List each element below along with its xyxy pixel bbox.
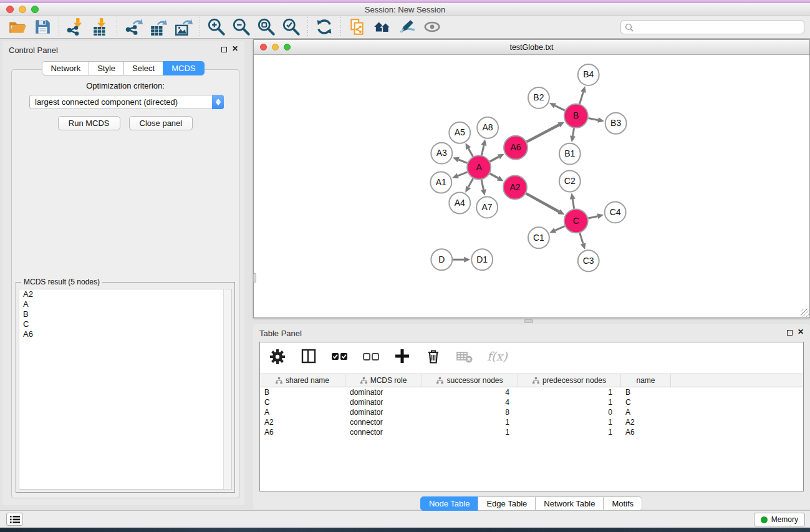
table-cell-name[interactable]: A6 — [621, 428, 671, 437]
table-cell-successor-nodes[interactable]: 1 — [422, 418, 518, 427]
column-header-name[interactable]: name — [621, 374, 671, 387]
graph-edge-A-A6[interactable] — [490, 157, 499, 162]
graph-edge-B-B4[interactable] — [580, 92, 584, 104]
table-row[interactable]: Adominator80A — [260, 407, 803, 417]
column-header-successor-nodes[interactable]: successor nodes — [422, 374, 518, 387]
deselect-checkboxes-icon[interactable] — [362, 347, 380, 365]
zoom-out-icon[interactable] — [232, 17, 251, 36]
export-network-icon[interactable] — [124, 17, 143, 36]
pen-eye-icon[interactable] — [398, 17, 417, 36]
graph-edge-A6-B[interactable] — [527, 125, 559, 142]
table-cell-mcds-role[interactable]: dominator — [345, 408, 422, 417]
save-icon[interactable] — [33, 17, 52, 36]
open-folder-icon[interactable] — [8, 17, 27, 36]
tab-network-table[interactable]: Network Table — [535, 496, 604, 511]
graph-edge-B-B3[interactable] — [588, 118, 598, 120]
function-builder-icon[interactable]: f(x) — [487, 349, 508, 363]
table-cell-successor-nodes[interactable]: 8 — [422, 408, 518, 417]
table-cell-shared-name[interactable]: A2 — [260, 418, 345, 427]
table-row[interactable]: Bdominator41B — [260, 387, 803, 397]
eye-icon[interactable] — [423, 17, 441, 36]
close-panel-icon[interactable] — [798, 329, 805, 336]
result-item-a2[interactable]: A2 — [19, 289, 231, 299]
table-cell-shared-name[interactable]: A6 — [260, 428, 345, 437]
close-panel-icon[interactable] — [232, 46, 239, 53]
select-all-checkboxes-icon[interactable] — [331, 347, 349, 365]
add-column-icon[interactable] — [393, 347, 411, 365]
table-cell-mcds-role[interactable]: connector — [345, 418, 422, 427]
table-cell-name[interactable]: A2 — [621, 418, 671, 427]
graph-edge-A2-C[interactable] — [526, 193, 559, 211]
graph-edge-A-A7[interactable] — [481, 180, 483, 190]
graph-edge-C-C4[interactable] — [588, 216, 597, 218]
run-mcds-button[interactable]: Run MCDS — [58, 116, 120, 130]
tab-node-table[interactable]: Node Table — [420, 496, 479, 511]
table-cell-successor-nodes[interactable]: 1 — [422, 428, 518, 437]
houses-icon[interactable] — [373, 17, 392, 36]
graph-edge-C-C3[interactable] — [580, 233, 583, 243]
table-cell-successor-nodes[interactable]: 4 — [422, 388, 518, 397]
resize-grip-icon[interactable] — [801, 309, 809, 317]
export-image-icon[interactable] — [174, 17, 193, 36]
task-history-button[interactable] — [6, 513, 23, 526]
tab-mcds[interactable]: MCDS — [163, 61, 204, 75]
result-item-a6[interactable]: A6 — [19, 329, 231, 339]
table-cell-predecessor-nodes[interactable]: 0 — [518, 408, 621, 417]
close-panel-button[interactable]: Close panel — [129, 116, 193, 130]
table-cell-shared-name[interactable]: C — [260, 398, 345, 407]
graph-edge-A-A3[interactable] — [458, 160, 467, 163]
result-item-a[interactable]: A — [19, 299, 231, 309]
table-cell-successor-nodes[interactable]: 4 — [422, 398, 518, 407]
import-table-icon[interactable] — [91, 17, 110, 36]
result-item-c[interactable]: C — [19, 319, 231, 329]
table-cell-mcds-role[interactable]: dominator — [345, 398, 422, 407]
graph-edge-C-C2[interactable] — [572, 199, 574, 209]
graph-edge-A-A1[interactable] — [458, 172, 467, 176]
table-row[interactable]: A6connector11A6 — [260, 427, 803, 437]
float-panel-icon[interactable] — [787, 330, 793, 336]
column-header-predecessor-nodes[interactable]: predecessor nodes — [518, 374, 621, 387]
table-cell-predecessor-nodes[interactable]: 1 — [518, 418, 621, 427]
export-table-icon[interactable] — [149, 17, 168, 36]
tab-edge-table[interactable]: Edge Table — [478, 496, 536, 511]
network-window-titlebar[interactable]: testGlobe.txt — [254, 40, 809, 55]
splitter-grip-vertical[interactable] — [253, 273, 256, 283]
zoom-fit-icon[interactable] — [257, 17, 276, 36]
column-header-mcds-role[interactable]: MCDS role — [345, 374, 422, 387]
split-column-icon[interactable] — [300, 347, 317, 365]
tab-network[interactable]: Network — [42, 61, 89, 75]
graph-edge-A-A8[interactable] — [481, 145, 484, 155]
trash-icon[interactable] — [425, 347, 442, 365]
graph-edge-A-A2[interactable] — [490, 173, 498, 178]
table-cell-name[interactable]: B — [621, 388, 671, 397]
search-input[interactable] — [620, 20, 804, 34]
table-cell-predecessor-nodes[interactable]: 1 — [518, 398, 621, 407]
column-header-shared-name[interactable]: shared name — [260, 374, 345, 387]
table-cell-name[interactable]: C — [621, 398, 671, 407]
gear-icon[interactable] — [269, 347, 286, 365]
tab-motifs[interactable]: Motifs — [603, 496, 642, 511]
result-item-b[interactable]: B — [19, 309, 231, 319]
import-network-icon[interactable] — [66, 17, 85, 36]
float-panel-icon[interactable] — [221, 47, 227, 52]
memory-button[interactable]: Memory — [754, 513, 805, 526]
graph-edge-C-C1[interactable] — [555, 226, 564, 231]
tab-style[interactable]: Style — [89, 61, 124, 75]
graph-edge-A-A4[interactable] — [468, 178, 473, 187]
graph-edge-B-B1[interactable] — [572, 128, 574, 136]
table-row[interactable]: A2connector11A2 — [260, 417, 803, 427]
zoom-in-icon[interactable] — [207, 17, 226, 36]
duplicate-network-icon[interactable] — [348, 17, 367, 36]
graph-edge-A-A5[interactable] — [468, 148, 473, 157]
table-cell-shared-name[interactable]: B — [260, 388, 345, 397]
splitter-grip-horizontal[interactable] — [524, 319, 533, 323]
optimization-criterion-select[interactable]: largest connected component (directed) — [29, 95, 224, 109]
table-cell-predecessor-nodes[interactable]: 1 — [518, 428, 621, 437]
table-row[interactable]: Cdominator41C — [260, 397, 803, 407]
graph-edge-B-B2[interactable] — [555, 105, 565, 110]
refresh-icon[interactable] — [315, 17, 334, 36]
table-cell-shared-name[interactable]: A — [260, 408, 345, 417]
network-canvas[interactable]: B4B2BB3A8A5A6A3B1AC2A1A2A4A7C4CC1DD1C3 — [254, 56, 809, 317]
delete-table-icon[interactable] — [456, 347, 473, 365]
table-cell-predecessor-nodes[interactable]: 1 — [518, 388, 621, 397]
